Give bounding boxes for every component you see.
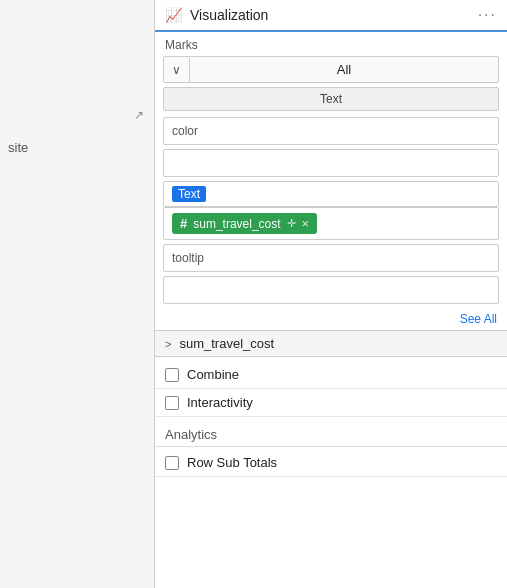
row-sub-totals-row: Row Sub Totals (155, 449, 507, 477)
interactivity-label: Interactivity (187, 395, 253, 410)
viz-title: Visualization (190, 7, 470, 23)
marks-chevron-icon[interactable]: ∨ (164, 58, 190, 82)
analytics-header: Analytics (155, 421, 507, 444)
marks-value: All (190, 57, 498, 82)
color-card-row[interactable]: color (163, 117, 499, 145)
interactivity-checkbox[interactable] (165, 396, 179, 410)
row-sub-totals-checkbox[interactable] (165, 456, 179, 470)
visualization-header: 📈 Visualization ··· (155, 0, 507, 32)
menu-button[interactable]: ··· (478, 6, 497, 24)
combine-checkbox[interactable] (165, 368, 179, 382)
text-pill[interactable]: Text (172, 186, 206, 202)
row-sub-totals-label: Row Sub Totals (187, 455, 277, 470)
analytics-divider (155, 446, 507, 447)
empty-card-row-1 (163, 149, 499, 177)
combine-option-row: Combine (155, 361, 507, 389)
marks-section-label: Marks (155, 32, 507, 56)
options-section: Combine Interactivity (155, 357, 507, 421)
move-icon[interactable]: ✛ (287, 217, 296, 230)
sum-travel-cost-pill: # sum_travel_cost ✛ × (172, 213, 317, 234)
pill-field-name: sum_travel_cost (193, 217, 280, 231)
combine-label: Combine (187, 367, 239, 382)
hash-icon: # (180, 216, 187, 231)
right-panel: 📈 Visualization ··· Marks ∨ All Text col… (155, 0, 507, 588)
text-pill-row: Text (163, 181, 499, 207)
text-type-label: Text (163, 87, 499, 111)
see-all-row: See All (155, 308, 507, 330)
marks-dropdown[interactable]: ∨ All (163, 56, 499, 83)
interactivity-option-row: Interactivity (155, 389, 507, 417)
close-pill-button[interactable]: × (302, 216, 310, 231)
chart-icon: 📈 (165, 7, 182, 23)
see-all-link[interactable]: See All (460, 312, 497, 326)
sum-travel-cost-pill-row: # sum_travel_cost ✛ × (163, 207, 499, 240)
expand-row[interactable]: > sum_travel_cost (155, 330, 507, 357)
left-panel: ↗ site (0, 0, 155, 588)
tooltip-label: tooltip (172, 251, 204, 265)
color-label: color (172, 124, 198, 138)
arrow-icon[interactable]: ↗ (134, 108, 144, 122)
expand-label: sum_travel_cost (179, 336, 274, 351)
expand-chevron-icon: > (165, 338, 171, 350)
empty-card-row-2 (163, 276, 499, 304)
site-label: site (8, 140, 28, 155)
tooltip-card-row[interactable]: tooltip (163, 244, 499, 272)
